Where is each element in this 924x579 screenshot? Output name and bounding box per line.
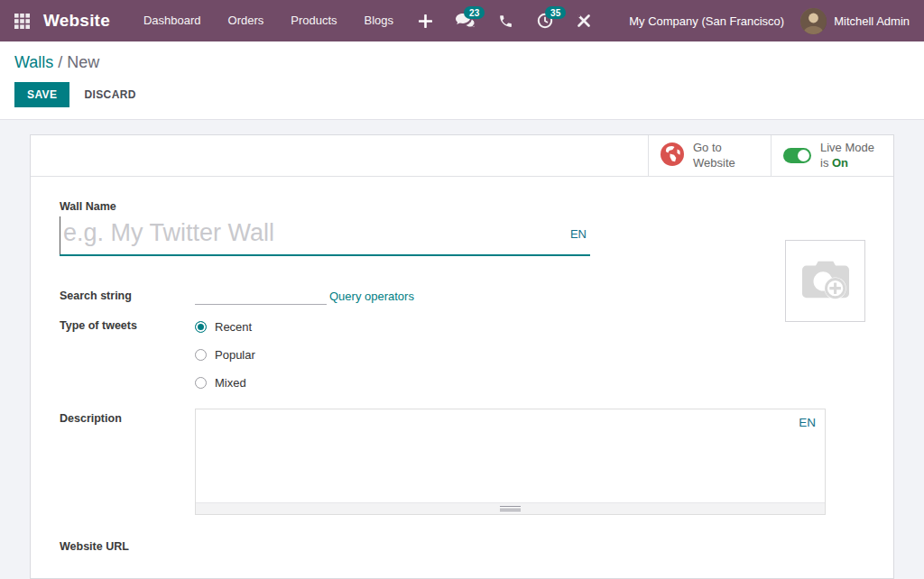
description-field: EN — [195, 409, 826, 515]
plus-icon[interactable] — [407, 0, 444, 41]
wall-name-lang-badge[interactable]: EN — [570, 227, 587, 241]
radio-mixed[interactable]: Mixed — [195, 376, 255, 390]
resize-grip-icon — [500, 506, 521, 511]
save-button[interactable]: SAVE — [14, 82, 69, 107]
toggle-on-icon[interactable] — [783, 148, 811, 163]
wall-name-input[interactable] — [60, 216, 560, 254]
radio-popular[interactable]: Popular — [195, 348, 255, 362]
form-sheet: Go to Website Live Mode is On Wall Name … — [30, 134, 894, 579]
breadcrumb-walls-link[interactable]: Walls — [14, 53, 53, 71]
search-string-input[interactable] — [195, 287, 327, 305]
query-operators-link[interactable]: Query operators — [329, 290, 414, 303]
wall-name-label: Wall Name — [60, 200, 864, 213]
app-brand[interactable]: Website — [43, 11, 110, 31]
camera-plus-icon — [798, 255, 854, 308]
website-url-label: Website URL — [60, 540, 195, 553]
breadcrumb-current: New — [67, 53, 99, 71]
go-to-website-label: Go to Website — [693, 141, 735, 171]
radio-recent-circle[interactable] — [195, 321, 207, 333]
globe-icon — [661, 142, 684, 170]
description-lang-badge[interactable]: EN — [799, 416, 816, 429]
textarea-resize-handle[interactable] — [196, 502, 825, 514]
breadcrumb-separator: / — [53, 53, 67, 71]
description-label: Description — [60, 409, 195, 425]
form-body: Wall Name EN Search — [31, 177, 893, 553]
user-menu[interactable]: Mitchell Admin — [800, 8, 911, 34]
description-row: Description EN — [60, 409, 864, 515]
form-statusbar: Go to Website Live Mode is On — [31, 135, 893, 177]
discard-button[interactable]: DISCARD — [73, 82, 146, 107]
company-switcher[interactable]: My Company (San Francisco) — [613, 14, 800, 28]
live-mode-state: On — [832, 156, 848, 170]
live-mode-label: Live Mode is On — [820, 141, 874, 171]
messages-count-badge: 23 — [464, 6, 485, 19]
radio-popular-circle[interactable] — [195, 349, 207, 361]
radio-recent[interactable]: Recent — [195, 320, 255, 334]
phone-icon[interactable] — [486, 0, 525, 41]
nav-item-orders[interactable]: Orders — [215, 0, 278, 41]
search-string-label: Search string — [60, 290, 195, 302]
nav-item-blogs[interactable]: Blogs — [351, 0, 408, 41]
go-to-website-button[interactable]: Go to Website — [648, 135, 771, 176]
activities-count-badge: 35 — [545, 6, 566, 19]
apps-grid-icon[interactable] — [0, 0, 43, 41]
user-avatar — [800, 8, 827, 34]
type-of-tweets-row: Type of tweets Recent Popular Mixed — [60, 319, 864, 390]
website-url-row: Website URL — [60, 540, 864, 553]
activities-clock-icon[interactable]: 35 — [525, 0, 565, 41]
control-panel: Walls / New SAVE DISCARD — [0, 41, 924, 120]
nav-item-products[interactable]: Products — [277, 0, 350, 41]
breadcrumb: Walls / New — [0, 41, 924, 74]
type-of-tweets-label: Type of tweets — [60, 319, 195, 332]
messages-icon[interactable]: 23 — [444, 0, 486, 41]
tools-wrench-icon[interactable] — [565, 0, 603, 41]
wall-name-field-wrap: EN — [60, 216, 590, 256]
image-upload-box[interactable] — [785, 240, 865, 322]
search-string-row: Search string Query operators — [60, 287, 864, 305]
top-navbar: Website Dashboard Orders Products Blogs … — [0, 0, 924, 41]
type-of-tweets-options: Recent Popular Mixed — [195, 319, 255, 390]
description-textarea[interactable] — [196, 409, 825, 502]
user-name: Mitchell Admin — [834, 14, 910, 28]
live-mode-toggle[interactable]: Live Mode is On — [771, 135, 893, 176]
nav-item-dashboard[interactable]: Dashboard — [130, 0, 215, 41]
radio-mixed-circle[interactable] — [195, 377, 207, 389]
content-area: Go to Website Live Mode is On Wall Name … — [0, 120, 924, 579]
